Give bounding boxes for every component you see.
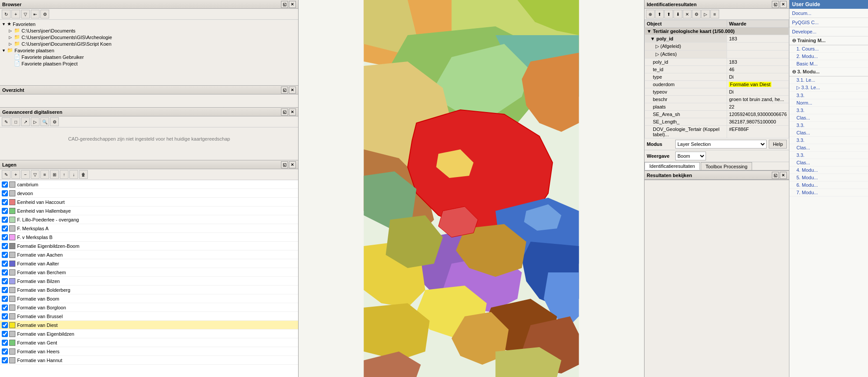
- expand-icon-1[interactable]: ▷: [9, 29, 14, 33]
- guide-sub-item[interactable]: Basic M...: [789, 60, 868, 68]
- layer-checkbox[interactable]: [2, 331, 8, 337]
- layer-checkbox[interactable]: [2, 234, 8, 240]
- expand-icon-2[interactable]: ▷: [9, 35, 14, 40]
- identif-field-row[interactable]: ▷ (Acties): [645, 51, 789, 58]
- identif-more-btn[interactable]: ▷: [701, 10, 710, 18]
- guide-sub-item[interactable]: 3.3.: [789, 107, 868, 114]
- layer-checkbox[interactable]: [2, 190, 8, 196]
- guide-sub-item[interactable]: 1. Cours...: [789, 45, 868, 53]
- geavanceerd-close-btn[interactable]: ✕: [289, 109, 296, 116]
- lagen-filter-btn[interactable]: ▽: [31, 170, 40, 179]
- lagen-close-btn[interactable]: ✕: [289, 161, 296, 168]
- resultaten-float-btn[interactable]: ◱: [772, 172, 779, 179]
- overzicht-float-btn[interactable]: ◱: [281, 87, 288, 94]
- tree-item-fp2[interactable]: 📄 Favoriete plaatsen Project: [0, 60, 298, 67]
- layer-item[interactable]: Formatie van Diest: [0, 321, 298, 330]
- layer-item[interactable]: Formatie van Hannut: [0, 356, 298, 365]
- layer-item[interactable]: Formatie van Heers: [0, 347, 298, 356]
- identif-field-row[interactable]: plaats22: [645, 103, 789, 111]
- layer-item[interactable]: cambrium: [0, 180, 298, 189]
- lagen-add-btn[interactable]: +: [11, 170, 20, 179]
- favorites-root[interactable]: ▼ ★ Favorieten: [0, 21, 298, 27]
- gav-btn3[interactable]: ↗: [21, 117, 30, 126]
- guide-nav-item[interactable]: Develope...: [789, 27, 868, 36]
- identif-zoom-btn[interactable]: ⊕: [646, 10, 655, 18]
- layer-item[interactable]: devoon: [0, 189, 298, 198]
- gav-btn2[interactable]: □: [11, 117, 20, 126]
- guide-sub-item[interactable]: 4. Modu...: [789, 167, 868, 174]
- guide-sub-item[interactable]: 7. Modu...: [789, 189, 868, 196]
- identif-select-btn[interactable]: ⬆: [664, 10, 673, 18]
- layer-item[interactable]: Formatie van Gent: [0, 338, 298, 347]
- layer-checkbox[interactable]: [2, 269, 8, 276]
- resultaten-close-btn[interactable]: ✕: [780, 172, 787, 179]
- tree-item-2[interactable]: ▷ 📁 C:\Users\joer\Documents\GIS\Archeolo…: [0, 34, 298, 40]
- layer-item[interactable]: Formatie van Brussel: [0, 312, 298, 321]
- browser-collapse-btn[interactable]: ⇤: [31, 10, 40, 18]
- map-svg[interactable]: [299, 0, 644, 377]
- identif-field-row[interactable]: poly_id183: [645, 58, 789, 66]
- layer-checkbox[interactable]: [2, 208, 8, 214]
- layer-item[interactable]: Formatie Eigenbildzen-Boom: [0, 242, 298, 250]
- layer-item[interactable]: F. v Merksplas B: [0, 233, 298, 242]
- lagen-down-btn[interactable]: ↓: [69, 170, 78, 179]
- layer-item[interactable]: Eenheid van Hallembaye: [0, 207, 298, 215]
- browser-float-btn[interactable]: ◱: [281, 1, 288, 8]
- identif-expand-btn[interactable]: ✕: [683, 10, 692, 18]
- identif-menu-btn[interactable]: ≡: [710, 10, 719, 18]
- guide-sub-item[interactable]: 2. Modu...: [789, 53, 868, 60]
- layer-item[interactable]: Formatie van Bolderberg: [0, 286, 298, 294]
- identif-clear-btn[interactable]: ⬇: [674, 10, 682, 18]
- identif-field-row[interactable]: beschrgroen tot bruin zand, he...: [645, 96, 789, 103]
- gav-btn1[interactable]: ✎: [2, 117, 11, 126]
- layer-item[interactable]: Formatie van Eigenbildzen: [0, 330, 298, 338]
- guide-sub-item[interactable]: 3.3.: [789, 152, 868, 159]
- layer-checkbox[interactable]: [2, 348, 8, 355]
- layer-item[interactable]: Formatie van Boom: [0, 294, 298, 303]
- layer-item[interactable]: Formatie van Aachen: [0, 250, 298, 259]
- layer-item[interactable]: Eenheid van Haccourt: [0, 198, 298, 207]
- identif-feature-row[interactable]: ▼ poly_id183: [645, 35, 789, 43]
- expand-icon-fp[interactable]: ▼: [2, 48, 7, 53]
- layer-checkbox[interactable]: [2, 181, 8, 188]
- identif-field-row[interactable]: SE_Area_sh1205924018,93000006676: [645, 111, 789, 118]
- map-area[interactable]: [299, 0, 644, 377]
- layer-checkbox[interactable]: [2, 357, 8, 363]
- help-button[interactable]: Help: [769, 140, 787, 149]
- guide-nav-item[interactable]: Docum...: [789, 9, 868, 18]
- browser-filter-btn[interactable]: ▽: [21, 10, 30, 18]
- identif-field-row[interactable]: SE_Length_362187,98075100000: [645, 118, 789, 126]
- layer-checkbox[interactable]: [2, 225, 8, 232]
- guide-sub-item[interactable]: 3.3.: [789, 92, 868, 99]
- layer-checkbox[interactable]: [2, 340, 8, 346]
- identif-field-row[interactable]: ouderdomFormatie van Diest: [645, 81, 789, 88]
- browser-add-btn[interactable]: +: [11, 10, 20, 18]
- lagen-settings-btn[interactable]: ⊞: [50, 170, 59, 179]
- geavanceerd-float-btn[interactable]: ◱: [281, 109, 288, 116]
- identif-field-row[interactable]: te_id46: [645, 66, 789, 73]
- guide-sub-item[interactable]: Clas...: [789, 159, 868, 167]
- layer-checkbox[interactable]: [2, 243, 8, 249]
- gav-btn6[interactable]: ⚙: [50, 117, 59, 126]
- identif-field-row[interactable]: ▷ (Afgeleid): [645, 43, 789, 51]
- identif-field-row[interactable]: typeovDi: [645, 88, 789, 96]
- guide-section-item[interactable]: ⊖ 3. Modu...: [789, 68, 868, 76]
- layer-checkbox[interactable]: [2, 287, 8, 293]
- lagen-up-btn[interactable]: ↑: [60, 170, 68, 179]
- layer-item[interactable]: Formatie van Bilzen: [0, 277, 298, 286]
- layer-checkbox[interactable]: [2, 296, 8, 302]
- tab-identificatie[interactable]: Identificatieresultaten: [645, 162, 700, 170]
- layer-checkbox[interactable]: [2, 313, 8, 319]
- guide-sub-item[interactable]: 5. Modu...: [789, 174, 868, 181]
- guide-sub-item[interactable]: 3.3.: [789, 137, 868, 144]
- lagen-float-btn[interactable]: ◱: [281, 161, 288, 168]
- overzicht-close-btn[interactable]: ✕: [289, 87, 296, 94]
- favplaatsen-root[interactable]: ▼ 📁 Favoriete plaatsen: [0, 47, 298, 54]
- lagen-remove-btn[interactable]: −: [21, 170, 30, 179]
- tree-item-1[interactable]: ▷ 📁 C:\Users\joer\Documents: [0, 27, 298, 34]
- browser-close-btn[interactable]: ✕: [289, 1, 296, 8]
- identif-layer-row[interactable]: ▼ Tertiair geologische kaart (1/50.000): [645, 28, 789, 35]
- modus-select[interactable]: Layer Selection Top Down All Layers: [675, 140, 767, 149]
- guide-sub-item[interactable]: 6. Modu...: [789, 181, 868, 189]
- browser-refresh-btn[interactable]: ↻: [2, 10, 11, 18]
